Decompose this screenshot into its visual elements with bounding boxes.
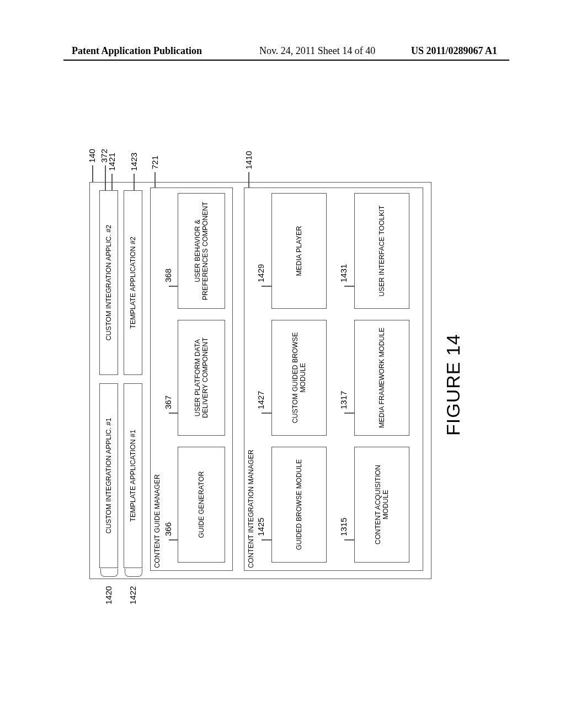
label-cia2: CUSTOM INTEGRATION APPLIC. #2 [100, 191, 118, 374]
box-cia1: CUSTOM INTEGRATION APPLIC. #1 [99, 383, 118, 568]
label-cia1: CUSTOM INTEGRATION APPLIC. #1 [100, 384, 118, 568]
brace-1422 [125, 569, 142, 577]
lead-372 [105, 165, 106, 190]
lead-1425 [262, 540, 271, 541]
box-cia2: CUSTOM INTEGRATION APPLIC. #2 [99, 190, 118, 375]
label-mfm: MEDIA FRAMEWORK MODULE [355, 320, 409, 435]
ref-1421: 1421 [107, 153, 116, 171]
ref-1429: 1429 [256, 264, 265, 282]
header-right: US 2011/0289067 A1 [411, 45, 497, 57]
label-cgm: CONTENT GUIDE MANAGER [152, 403, 162, 568]
ref-140: 140 [87, 149, 97, 163]
box-ta1: TEMPLATE APPLICATION #1 [124, 383, 142, 568]
label-cam: CONTENT ACQUISITION MODULE [355, 447, 409, 562]
ref-1425: 1425 [256, 518, 265, 536]
ref-366: 366 [163, 522, 173, 536]
figure-stage: 140 CUSTOM INTEGRATION APPLIC. #1 CUSTOM… [73, 105, 492, 601]
ref-1317: 1317 [339, 391, 348, 409]
ref-367: 367 [163, 395, 173, 409]
lead-368 [169, 286, 178, 287]
box-366: GUIDE GENERATOR [178, 447, 225, 563]
ref-1423: 1423 [129, 153, 138, 171]
box-367: USER PLATFORM DATA DELIVERY COMPONENT [178, 320, 225, 436]
box-368: USER BEHAVIOR & PREFERENCES COMPONENT [178, 193, 225, 309]
box-1431: USER INTERFACE TOOLKIT [354, 193, 409, 309]
label-gbm: GUIDED BROWSE MODULE [272, 447, 326, 562]
ref-1427: 1427 [256, 391, 265, 409]
box-1429: MEDIA PLAYER [271, 193, 327, 309]
lead-367 [169, 413, 178, 414]
box-ta2: TEMPLATE APPLICATION #2 [124, 190, 142, 375]
box-1317: MEDIA FRAMEWORK MODULE [354, 320, 409, 436]
lead-1431 [344, 286, 354, 287]
ref-1431: 1431 [339, 264, 348, 282]
label-mp: MEDIA PLAYER [272, 194, 326, 308]
label-gg: GUIDE GENERATOR [178, 447, 225, 562]
header-rule [63, 60, 509, 61]
lead-1410 [248, 172, 249, 188]
brace-1420 [100, 569, 118, 577]
label-cgbm: CUSTOM GUIDED BROWSE MODULE [272, 320, 326, 435]
lead-1317 [344, 413, 354, 414]
ref-721: 721 [150, 156, 159, 169]
label-uit: USER INTERFACE TOOLKIT [355, 194, 409, 308]
header-mid: Nov. 24, 2011 Sheet 14 of 40 [259, 45, 375, 57]
ref-1315: 1315 [339, 518, 348, 536]
lead-366 [169, 540, 178, 541]
label-ta1: TEMPLATE APPLICATION #1 [124, 384, 142, 568]
label-cim: CONTENT INTEGRATION MANAGER [246, 392, 256, 568]
ref-368: 368 [163, 269, 173, 282]
lead-140 [92, 165, 93, 182]
ref-1410: 1410 [244, 151, 253, 169]
label-ta2: TEMPLATE APPLICATION #2 [124, 191, 142, 374]
lead-1315 [344, 540, 354, 541]
lead-1421 [111, 174, 113, 190]
ref-1420: 1420 [104, 586, 113, 604]
box-1427: CUSTOM GUIDED BROWSE MODULE [271, 320, 327, 436]
lead-1427 [262, 413, 271, 414]
label-ubp: USER BEHAVIOR & PREFERENCES COMPONENT [178, 194, 225, 308]
box-1315: CONTENT ACQUISITION MODULE [354, 447, 409, 563]
lead-721 [154, 172, 156, 188]
lead-1423 [134, 174, 135, 190]
header-left: Patent Application Publication [72, 45, 202, 57]
lead-1429 [262, 286, 271, 287]
box-1425: GUIDED BROWSE MODULE [271, 447, 327, 563]
label-updd: USER PLATFORM DATA DELIVERY COMPONENT [178, 320, 225, 435]
figure-caption: FIGURE 14 [443, 334, 464, 436]
ref-1422: 1422 [128, 586, 137, 604]
